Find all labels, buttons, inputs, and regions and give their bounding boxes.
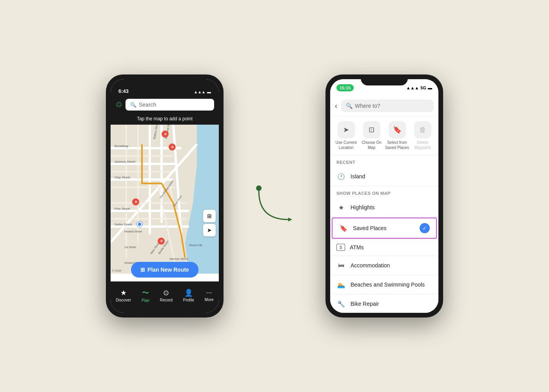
where-to-input[interactable]: 🔍 Where to?: [341, 100, 434, 112]
tab-discover[interactable]: ★ Discover: [112, 286, 135, 305]
recent-header: RECENT: [330, 155, 438, 167]
bed-icon: 🛏: [336, 261, 346, 270]
map-svg: Broadway Jackson Street Clay Street Pine…: [111, 125, 219, 274]
wifi-icon: ▲▲▲: [194, 90, 205, 94]
tab-plan[interactable]: 〜 Plan: [138, 286, 153, 305]
bike-pin-1: ♲: [162, 131, 169, 138]
phone-2: 15:15 ▲▲▲ 5G ▬ ‹ 🔍 Where to? ➤ Use Curre…: [325, 74, 443, 318]
svg-text:Jackson Street: Jackson Street: [115, 160, 136, 163]
place-accommodation[interactable]: 🛏 Accommodation: [330, 256, 438, 275]
svg-text:Broadway: Broadway: [115, 144, 129, 148]
svg-text:Clay Street: Clay Street: [115, 176, 130, 179]
phone-1: 6:43 ▲▲▲ ▬ ♲ 🔍 Search Tap the map to add…: [106, 74, 224, 318]
wrench-icon: 🔧: [336, 299, 346, 309]
battery-icon-1: ▬: [207, 90, 211, 94]
search-icon-2: 🔍: [346, 103, 353, 109]
checkmark-icon: ✓: [420, 223, 430, 233]
osm-label: © OSM: [112, 269, 121, 272]
place-bike-repair[interactable]: 🔧 Bike Repair: [330, 294, 438, 313]
svg-text:1st Street: 1st Street: [124, 246, 136, 249]
swimming-icon: 🏊: [336, 280, 346, 289]
use-current-location[interactable]: ➤ Use Current Location: [333, 121, 359, 150]
map-area[interactable]: Broadway Jackson Street Clay Street Pine…: [111, 125, 219, 274]
atm-icon: $: [336, 244, 345, 251]
signal-bars-icon: ▲▲▲: [406, 85, 419, 90]
battery-icon-2: ▬: [428, 85, 432, 90]
select-saved-places[interactable]: 🔖 Select from Saved Places: [384, 121, 410, 150]
notch-1: [141, 74, 188, 85]
location-icon: ➤: [338, 121, 355, 138]
bike-icon: ♲: [115, 100, 122, 109]
search-text: Search: [139, 102, 156, 108]
connector-arrow: [255, 157, 294, 235]
star-icon: ★: [336, 203, 346, 212]
delete-icon: 🗑: [414, 121, 431, 138]
app-header-1: ♲ 🔍 Search: [111, 96, 219, 114]
plan-icon-tab: 〜: [142, 288, 149, 298]
discover-icon: ★: [120, 289, 127, 297]
arrow-svg: [255, 157, 294, 235]
status-icons-1: ▲▲▲ ▬: [194, 90, 211, 94]
search-header: ‹ 🔍 Where to?: [330, 96, 438, 116]
time-pill: 15:15: [336, 84, 354, 91]
svg-marker-36: [288, 218, 292, 221]
status-right: ▲▲▲ 5G ▬: [406, 85, 432, 90]
place-atms[interactable]: $ ATMs: [330, 239, 438, 256]
bike-pin-4: ♲: [158, 238, 165, 245]
plan-icon: ⊞: [140, 267, 145, 273]
choose-on-map[interactable]: ⊡ Choose On Map: [359, 121, 384, 150]
search-bar[interactable]: 🔍 Search: [125, 99, 214, 111]
tab-record[interactable]: ⊙ Record: [156, 286, 176, 305]
map-controls: ⊞ ➤: [203, 210, 216, 236]
delete-waypoint[interactable]: 🗑 Delete Waypoint: [410, 121, 435, 150]
back-button[interactable]: ‹: [335, 102, 337, 110]
plan-new-route-button[interactable]: ⊞ Plan New Route: [131, 262, 198, 278]
svg-text:Howard Street: Howard Street: [124, 230, 142, 233]
tab-profile[interactable]: 👤 Profile: [179, 286, 198, 305]
compass-btn[interactable]: ➤: [203, 224, 216, 236]
clock-icon: 🕐: [336, 172, 346, 181]
place-saved-places[interactable]: 🔖 Saved Places ✓: [332, 218, 437, 239]
signal-label: 5G: [420, 85, 426, 90]
svg-text:Harrison Street: Harrison Street: [169, 258, 188, 260]
svg-point-35: [256, 185, 262, 191]
recent-island[interactable]: 🕐 Island: [330, 167, 438, 186]
svg-text:Pine Street: Pine Street: [115, 207, 130, 211]
notch-2: [361, 74, 408, 85]
layers-btn[interactable]: ⊞: [203, 210, 216, 222]
place-beaches[interactable]: 🏊 Beaches and Swimming Pools: [330, 275, 438, 294]
time-1: 6:43: [118, 88, 129, 94]
bike-pin-2: ♲: [169, 143, 176, 151]
tap-hint: Tap the map to add a point: [111, 114, 219, 125]
tab-more[interactable]: ··· More: [201, 286, 218, 304]
record-icon: ⊙: [163, 289, 169, 297]
bottom-tab-bar: ★ Discover 〜 Plan ⊙ Record 👤 Profile ···…: [111, 281, 219, 313]
profile-icon: 👤: [184, 289, 193, 297]
more-icon: ···: [206, 289, 212, 297]
svg-text:Sutter Street: Sutter Street: [115, 223, 133, 226]
map-pin-icon: ⊡: [363, 121, 380, 138]
place-highlights[interactable]: ★ Highlights: [330, 198, 438, 217]
quick-actions: ➤ Use Current Location ⊡ Choose On Map 🔖…: [330, 116, 438, 155]
bookmark-icon-sp: 🔖: [339, 223, 348, 233]
svg-text:Rincon Hill: Rincon Hill: [189, 244, 202, 247]
show-places-header: SHOW PLACES ON MAP: [330, 186, 438, 198]
bookmark-icon-qa: 🔖: [389, 121, 406, 138]
bike-pin-3: ♲: [132, 198, 139, 205]
search-icon-1: 🔍: [130, 102, 136, 108]
location-dot: [137, 222, 142, 227]
